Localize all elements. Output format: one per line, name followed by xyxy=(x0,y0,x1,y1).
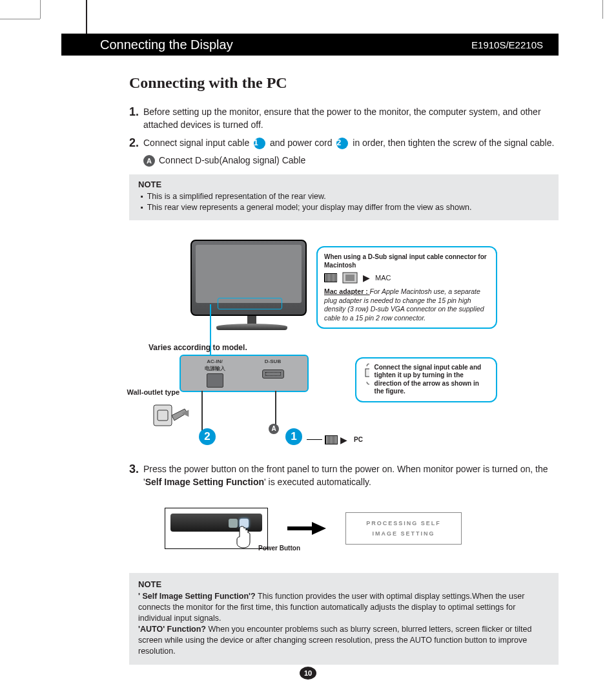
mac-adapter-callout: When using a D-Sub signal input cable co… xyxy=(316,246,497,329)
arrow-right-icon: ▶ xyxy=(363,272,370,284)
note-title: NOTE xyxy=(138,180,549,189)
ac-in-label-cn: 电源输入 xyxy=(205,365,225,372)
tighten-text: Connect the signal input cable and tight… xyxy=(375,364,489,396)
svg-rect-4 xyxy=(365,369,369,377)
step-2: 2. Connect signal input cable 1 and powe… xyxy=(129,134,559,151)
sub-A-text: Connect D-sub(Analog signal) Cable xyxy=(159,155,305,167)
note-box-2: NOTE ' Self Image Setting Function'? Thi… xyxy=(129,573,559,664)
svg-rect-1 xyxy=(158,410,168,421)
power-on-diagram: Power Button PROCESSING SELF IMAGE SETTI… xyxy=(165,497,559,559)
badge-2-icon: 2 xyxy=(336,138,348,149)
dsub-socket-icon xyxy=(262,369,284,379)
arrow-right-large-icon xyxy=(287,522,326,535)
pc-cable-icon: ▶ PC xyxy=(307,435,365,445)
step-number: 2. xyxy=(129,134,143,151)
finger-icon xyxy=(235,525,252,548)
wall-outlet-label: Wall-outlet type xyxy=(125,388,180,396)
note1-item-0: This is a simplified representation of t… xyxy=(141,191,549,203)
step-2-sub-A: A Connect D-sub(Analog signal) Cable xyxy=(143,155,559,167)
dsub-label: D-SUB xyxy=(262,359,284,364)
note1-item-1: This rear view represents a general mode… xyxy=(141,202,549,214)
step-1-text: Before setting up the monitor, ensure th… xyxy=(143,103,559,132)
power-cable-line xyxy=(201,391,203,433)
tighten-callout: Connect the signal input cable and tight… xyxy=(355,357,497,402)
badge-A-icon: A xyxy=(143,155,155,167)
diagram-badge-1-icon: 1 xyxy=(285,428,302,445)
page-header: Connecting the Display E1910S/E2210S xyxy=(61,34,559,56)
mac-label: MAC xyxy=(375,273,391,282)
note2-title: NOTE xyxy=(138,579,549,589)
diagram-badge-A-icon: A xyxy=(269,424,279,434)
processing-line1: PROCESSING SELF xyxy=(366,520,441,526)
mac-adapter-icon xyxy=(342,272,358,284)
arrow-left-icon: ◄ xyxy=(180,406,191,420)
mac-callout-title: When using a D-Sub signal input cable co… xyxy=(324,253,489,269)
crop-vertical-line xyxy=(86,0,87,35)
tighten-connector-icon xyxy=(363,364,369,386)
diagram-badge-2-icon: 2 xyxy=(199,428,216,445)
mac-adapter-title: Mac adapter : xyxy=(324,287,370,295)
port-panel: AC-IN/ 电源输入 D-SUB xyxy=(180,355,309,392)
note2-q2-label: 'AUTO' Function? xyxy=(138,625,206,634)
ac-in-socket-icon xyxy=(207,373,223,388)
pc-label: PC xyxy=(354,436,363,443)
connection-diagram: Varies according to model. AC-IN/ 电源输入 D… xyxy=(129,240,559,466)
connector-icon xyxy=(324,273,337,282)
note-box-1: NOTE This is a simplified representation… xyxy=(129,174,559,220)
section-title: Connecting with the PC xyxy=(129,74,559,92)
note2-q1-label: ' Self Image Setting Function'? xyxy=(138,592,256,601)
step-2-text: Connect signal input cable 1 and power c… xyxy=(143,134,559,151)
step-number: 1. xyxy=(129,103,143,132)
processing-line2: IMAGE SETTING xyxy=(372,530,435,537)
badge-1-icon: 1 xyxy=(254,138,265,149)
step-1: 1. Before setting up the monitor, ensure… xyxy=(129,103,559,132)
power-button-illustration: Power Button xyxy=(165,508,268,549)
monitor-rear-icon xyxy=(190,240,313,343)
header-model: E1910S/E2210S xyxy=(471,39,543,50)
connector-icon xyxy=(325,435,338,444)
varies-label: Varies according to model. xyxy=(149,343,247,352)
processing-message-box: PROCESSING SELF IMAGE SETTING xyxy=(345,512,462,545)
header-title: Connecting the Display xyxy=(100,37,233,52)
svg-rect-3 xyxy=(345,275,354,281)
page-number: 10 xyxy=(300,667,316,680)
ac-in-label: AC-IN/ xyxy=(205,359,225,364)
power-button-label: Power Button xyxy=(258,545,300,552)
page-number-badge: 10 xyxy=(300,667,316,680)
